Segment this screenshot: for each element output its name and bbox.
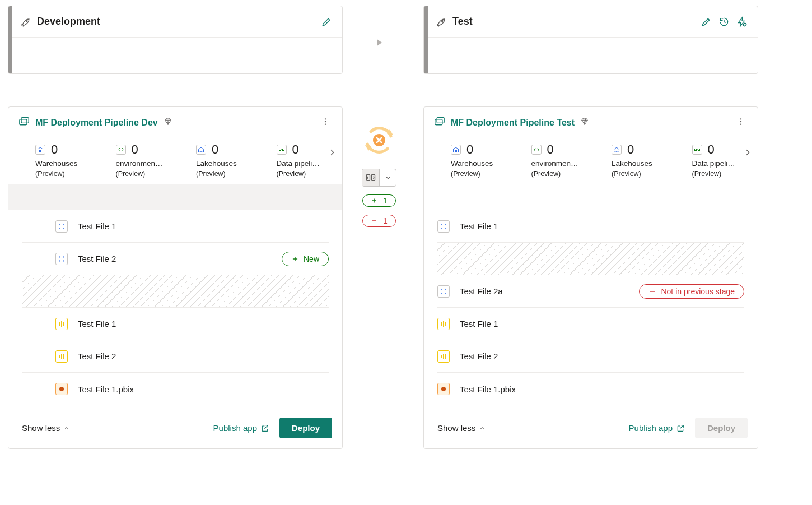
list-item[interactable]: Test File 1 — [22, 308, 329, 340]
list-item[interactable]: Test File 2 — [22, 340, 329, 373]
svg-point-11 — [59, 228, 60, 229]
compare-status-icon[interactable] — [363, 124, 395, 156]
semantic-model-icon — [55, 220, 68, 233]
count-warehouses[interactable]: 0 Warehouses (Preview) — [35, 142, 95, 178]
count-warehouses[interactable]: 0 Warehouses (Preview) — [451, 142, 510, 178]
workspace-name[interactable]: MF Deployment Pipeline Test — [451, 118, 575, 128]
svg-point-39 — [441, 387, 446, 391]
publish-app-link[interactable]: Publish app — [629, 423, 685, 433]
list-item[interactable]: Test File 1 — [22, 210, 329, 243]
svg-point-17 — [59, 387, 64, 391]
next-stage-arrow-icon[interactable] — [374, 37, 385, 50]
svg-point-35 — [441, 289, 442, 290]
environment-icon — [531, 145, 542, 155]
counts-scroll-right-icon[interactable] — [743, 148, 752, 159]
rules-settings-icon[interactable] — [736, 16, 748, 27]
svg-point-3 — [325, 118, 326, 119]
compare-view-toggle[interactable] — [362, 169, 396, 187]
svg-point-21 — [441, 20, 443, 22]
more-menu-icon[interactable] — [319, 115, 332, 130]
edit-icon[interactable] — [701, 16, 712, 27]
workspace-panel-test: MF Deployment Pipeline Test — [423, 106, 758, 449]
dataset-icon — [55, 383, 68, 395]
count-datapipelines[interactable]: 0 Data pipeli… (Preview) — [692, 142, 752, 178]
svg-point-15 — [59, 260, 60, 261]
stage-stripe — [424, 6, 428, 73]
count-lakehouses[interactable]: 0 Lakehouses (Preview) — [612, 142, 671, 178]
semantic-model-icon — [437, 285, 450, 298]
semantic-model-icon — [437, 220, 450, 233]
list-item[interactable]: Test File 2 — [437, 340, 744, 373]
warehouse-icon — [451, 145, 461, 155]
list-item[interactable]: Test File 1 — [437, 308, 744, 340]
count-datapipelines[interactable]: 0 Data pipeli… (Preview) — [277, 142, 336, 178]
count-lakehouses[interactable]: 0 Lakehouses (Preview) — [196, 142, 255, 178]
lakehouse-icon — [612, 145, 622, 155]
stage-title: Test — [452, 16, 473, 27]
list-item[interactable]: Test File 1.pbix — [437, 373, 744, 405]
svg-point-13 — [59, 256, 60, 257]
filter-band — [8, 184, 342, 210]
count-environments[interactable]: 0 environmen… (Preview) — [116, 142, 175, 178]
warehouse-icon — [35, 145, 45, 155]
edit-icon[interactable] — [321, 16, 332, 27]
counts-row: 0 Warehouses (Preview) 0 environmen… — [424, 138, 758, 184]
added-count-pill: 1 — [362, 194, 396, 207]
show-less-toggle[interactable]: Show less — [22, 423, 70, 433]
stage-card-development: Development — [8, 6, 343, 74]
list-item[interactable]: Test File 1.pbix — [22, 373, 329, 405]
list-item[interactable]: Test File 2a Not in previous stage — [437, 275, 744, 308]
svg-point-31 — [441, 224, 442, 225]
svg-point-12 — [63, 228, 64, 229]
environment-icon — [116, 145, 126, 155]
lakehouse-icon — [196, 145, 206, 155]
counts-scroll-right-icon[interactable] — [328, 148, 337, 159]
publish-app-link[interactable]: Publish app — [213, 423, 269, 433]
placeholder-row — [437, 243, 744, 275]
stage-card-test: Test — [423, 6, 758, 74]
workspace-icon — [434, 117, 445, 129]
rocket-icon — [20, 16, 31, 27]
stage-title: Development — [37, 16, 100, 27]
dataset-icon — [437, 383, 450, 395]
svg-rect-30 — [698, 149, 699, 151]
report-icon — [55, 318, 68, 330]
svg-point-9 — [59, 224, 60, 225]
counts-row: 0 Warehouses (Preview) 0 environmen… — [8, 138, 342, 184]
history-icon[interactable] — [718, 16, 730, 27]
deploy-button[interactable]: Deploy — [279, 418, 332, 438]
chevron-up-icon — [479, 425, 486, 432]
report-icon — [437, 318, 450, 330]
external-link-icon — [676, 424, 685, 433]
svg-rect-2 — [21, 117, 29, 123]
svg-point-16 — [63, 260, 64, 261]
compare-side-by-side-icon[interactable] — [362, 169, 379, 186]
report-icon — [437, 350, 450, 363]
svg-point-4 — [325, 121, 326, 122]
chevron-up-icon — [63, 425, 70, 432]
svg-point-25 — [740, 118, 741, 119]
more-menu-icon[interactable] — [734, 115, 748, 130]
placeholder-row — [22, 275, 329, 308]
workspace-name[interactable]: MF Deployment Pipeline Dev — [35, 118, 158, 128]
svg-rect-7 — [279, 149, 281, 151]
svg-rect-8 — [282, 149, 284, 151]
show-less-toggle[interactable]: Show less — [437, 423, 486, 433]
not-in-previous-badge: Not in previous stage — [639, 284, 744, 299]
premium-diamond-icon — [580, 117, 589, 128]
count-environments[interactable]: 0 environmen… (Preview) — [531, 142, 591, 178]
list-item[interactable]: Test File 1 — [437, 210, 744, 243]
svg-rect-23 — [435, 119, 442, 124]
compare-dropdown-icon[interactable] — [379, 169, 396, 186]
minus-icon — [371, 217, 377, 224]
svg-point-33 — [441, 228, 442, 229]
plus-icon — [291, 255, 299, 263]
svg-point-26 — [740, 121, 741, 122]
rocket-icon — [436, 16, 447, 27]
workspace-icon — [18, 117, 30, 129]
svg-point-36 — [445, 289, 446, 290]
semantic-model-icon — [55, 253, 68, 265]
list-item[interactable]: Test File 2 New — [22, 243, 329, 275]
new-badge: New — [282, 252, 329, 266]
minus-icon — [648, 288, 656, 295]
